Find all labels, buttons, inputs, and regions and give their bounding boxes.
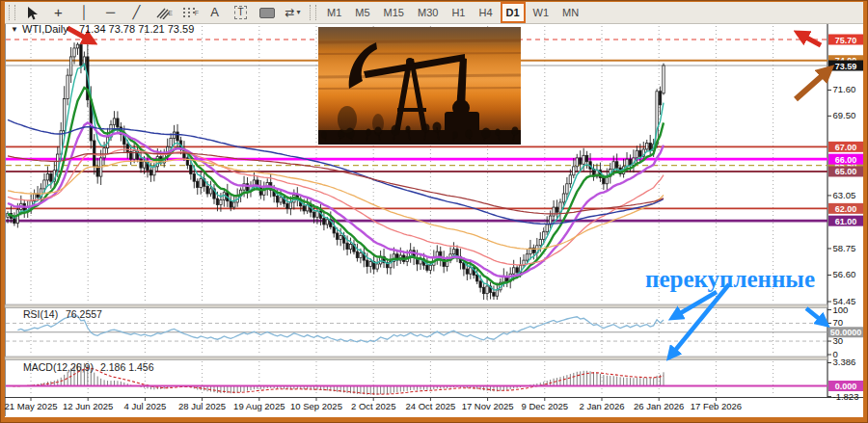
date-tick: 21 May 2025 <box>5 401 58 411</box>
svg-text:62.00: 62.00 <box>835 204 857 214</box>
tool-cursor-icon[interactable] <box>20 3 44 22</box>
date-tick: 12 Jun 2025 <box>63 401 113 411</box>
panel-divider[interactable] <box>5 357 827 360</box>
svg-text:50.0000: 50.0000 <box>830 328 862 337</box>
macd-label: MACD(12,26,9) 2.186 1.456 <box>23 361 154 373</box>
timeframe-d1[interactable]: D1 <box>501 2 526 23</box>
date-tick: 10 Sep 2025 <box>290 401 342 411</box>
price-tick: 71.60 <box>833 84 856 94</box>
tool-crosshair-icon[interactable]: + <box>46 3 70 22</box>
date-tick: 17 Nov 2025 <box>462 401 514 411</box>
date-tick: 9 Dec 2025 <box>522 401 569 411</box>
tool-text-icon[interactable]: A <box>203 3 227 22</box>
timeframe-h4[interactable]: H4 <box>473 3 498 22</box>
macd-tick: 3.386 <box>833 357 856 367</box>
chart-canvas[interactable]: 71.6069.5063.0558.7556.6054.4575.7074.00… <box>0 0 868 423</box>
price-tick: 58.75 <box>833 243 856 253</box>
date-tick: 2 Jan 2026 <box>579 401 624 411</box>
tool-fibonacci-retracement-icon[interactable]: F <box>176 3 201 22</box>
price-tick: 69.50 <box>833 110 856 120</box>
timeframe-h1[interactable]: H1 <box>446 3 471 22</box>
rsi-name: RSI(14) <box>23 308 58 320</box>
rsi-tick: 100 <box>833 304 849 315</box>
tool-vertical-line-icon[interactable]: │ <box>72 3 96 22</box>
chart-title: ▼ WTI,Daily 71.34 73.78 71.21 73.59 <box>11 23 194 35</box>
date-tick: 19 Aug 2025 <box>233 401 285 411</box>
oil-pumpjack-photo <box>318 27 521 145</box>
date-tick: 17 Feb 2026 <box>691 401 742 411</box>
svg-text:75.70: 75.70 <box>835 36 857 45</box>
timeframe-m1[interactable]: M1 <box>321 3 347 22</box>
drawing-tools-group: +│─╱EFAT⇄▾ <box>19 2 306 23</box>
price-tick: 56.60 <box>833 269 856 279</box>
svg-text:61.00: 61.00 <box>835 217 857 226</box>
mt4-window: +│─╱EFAT⇄▾ M1M5M15M30H1H4D1W1MN <box>0 0 868 423</box>
rsi-value: 76.2557 <box>66 308 102 320</box>
tool-trendline-icon[interactable]: ╱ <box>124 3 149 22</box>
svg-text:0.000: 0.000 <box>835 382 857 391</box>
date-tick: 4 Jul 2025 <box>123 401 166 411</box>
timeframe-mn[interactable]: MN <box>556 3 584 22</box>
tool-equidistant-channel-icon[interactable]: E <box>150 3 175 22</box>
macd-name: MACD(12,26,9) <box>23 361 94 373</box>
date-tick: 28 Jul 2025 <box>178 401 226 411</box>
date-tick: 24 Oct 2025 <box>406 401 456 411</box>
tool-text-label-icon[interactable]: T <box>229 3 253 22</box>
date-tick: 26 Jan 2026 <box>634 401 684 411</box>
symbol-dropdown-icon[interactable]: ▼ <box>11 25 18 34</box>
svg-text:66.00: 66.00 <box>835 155 857 165</box>
timeframe-m15[interactable]: M15 <box>378 3 410 22</box>
svg-text:73.59: 73.59 <box>835 62 857 71</box>
timeframe-m30[interactable]: M30 <box>412 3 444 22</box>
price-tick: 63.05 <box>833 190 856 200</box>
timeframe-w1[interactable]: W1 <box>528 3 556 22</box>
timeframe-group: M1M5M15M30H1H4D1W1MN <box>320 2 585 23</box>
toolbar: +│─╱EFAT⇄▾ M1M5M15M30H1H4D1W1MN <box>5 2 863 24</box>
tool-horizontal-line-icon[interactable]: ─ <box>98 3 122 22</box>
toolbar-drag-handle[interactable] <box>9 5 15 20</box>
rsi-tick: 70 <box>833 317 844 328</box>
svg-text:65.00: 65.00 <box>835 167 857 176</box>
panel-divider[interactable] <box>5 304 827 308</box>
chart-title-ohlc: 71.34 73.78 71.21 73.59 <box>79 23 194 35</box>
macd-values: 2.186 1.456 <box>100 361 154 373</box>
tool-shapes-icon[interactable] <box>255 3 279 22</box>
overbought-annotation: перекупленные <box>645 266 815 292</box>
tool-arrows-icon[interactable]: ⇄▾ <box>281 3 305 22</box>
chart-title-symbol: WTI,Daily <box>22 23 68 35</box>
timeframe-m5[interactable]: M5 <box>349 3 375 22</box>
svg-text:67.00: 67.00 <box>835 143 857 152</box>
toolbar-drag-handle[interactable] <box>310 5 316 20</box>
date-tick: 2 Oct 2025 <box>351 401 395 411</box>
macd-tick: -1.823 <box>833 391 859 402</box>
